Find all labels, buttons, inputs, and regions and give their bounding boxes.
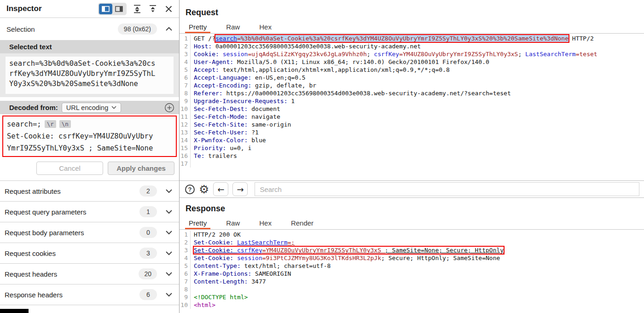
selection-length-badge: 98 (0x62): [118, 23, 157, 35]
section-label: Request attributes: [5, 187, 139, 195]
message-editor-area: Request PrettyRawHex 1GET /?search=%3b%0…: [180, 0, 644, 313]
encoding-value: URL encoding: [66, 104, 108, 111]
response-tabs: PrettyRawHexRender: [180, 216, 644, 230]
decoded-line2: Set-Cookie: csrfKey=YM4UZ8OuVyUbry: [7, 130, 172, 142]
line-number: 13: [180, 128, 191, 136]
line-number: 1: [180, 35, 191, 42]
code-line: 9<!DOCTYPE html>: [180, 293, 644, 301]
code-line: 8: [180, 285, 644, 293]
annotation-red-box: Set-Cookie: csrfKey=YM4UZ8OuVyUbryYmrI9Z…: [194, 247, 504, 254]
code-line: 10<html>: [180, 301, 644, 309]
section-label: Response headers: [5, 291, 139, 299]
burp-suite-window: Inspector: [0, 0, 644, 313]
code-line: 4Set-Cookie: session=9i3PtCJZMYmy8UG3Ko3…: [180, 254, 644, 262]
code-line: 9Upgrade-Insecure-Requests: 1: [180, 97, 644, 105]
decoded-line3: YmrI9Z5SyThLY0y3xS ; SameSite=None: [7, 142, 172, 154]
encoding-select[interactable]: URL encoding: [62, 103, 121, 113]
dock-layout-toggle: [98, 3, 127, 15]
code-line: 2Set-Cookie: LastSearchTerm=;: [180, 238, 644, 246]
apply-changes-button[interactable]: Apply changes: [108, 162, 174, 175]
line-number: 8: [180, 89, 191, 97]
request-pane: Request PrettyRawHex 1GET /?search=%3b%0…: [180, 0, 644, 180]
tab-raw[interactable]: Raw: [222, 20, 244, 33]
chevron-down-icon: [165, 209, 173, 214]
close-icon[interactable]: [163, 4, 174, 14]
tab-pretty[interactable]: Pretty: [185, 20, 210, 33]
expand-all-icon[interactable]: [132, 4, 142, 14]
section-label: Request body parameters: [5, 229, 139, 237]
line-number: 14: [180, 136, 191, 144]
selection-label: Selection: [6, 25, 118, 33]
cancel-button[interactable]: Cancel: [36, 162, 103, 175]
line-number: 2: [180, 42, 191, 50]
code-line: 11Sec-Fetch-Mode: navigate: [180, 113, 644, 121]
help-icon[interactable]: ?: [185, 185, 195, 194]
dock-left-icon[interactable]: [99, 4, 112, 14]
section-request-query-parameters[interactable]: Request query parameters1: [0, 202, 179, 222]
code-line: 5Accept: text/html,application/xhtml+xml…: [180, 66, 644, 74]
chevron-up-icon[interactable]: [165, 27, 173, 31]
code-line: 5Content-Type: text/html; charset=utf-8: [180, 262, 644, 270]
line-number: 1: [180, 231, 191, 238]
code-line: 12Sec-Fetch-Site: same-origin: [180, 121, 644, 128]
next-match-button[interactable]: →: [232, 182, 248, 196]
tab-hex[interactable]: Hex: [255, 20, 275, 33]
selected-text-value[interactable]: search=%3b%0d%0aSet-Cookie%3a%20csrfKey%…: [6, 57, 174, 94]
response-editor[interactable]: 1HTTP/2 200 OK2Set-Cookie: LastSearchTer…: [180, 230, 644, 313]
section-request-cookies[interactable]: Request cookies3: [0, 243, 179, 264]
gear-icon[interactable]: ⚙: [199, 184, 209, 195]
tab-pretty[interactable]: Pretty: [185, 216, 210, 229]
chevron-down-icon: [165, 230, 173, 235]
line-number: 4: [180, 58, 191, 66]
bottom-left-bar: [0, 309, 29, 313]
add-decoding-layer-icon[interactable]: [164, 103, 174, 113]
line-number: 3: [180, 246, 191, 254]
line-number: 9: [180, 97, 191, 105]
code-line: 3Set-Cookie: csrfKey=YM4UZ8OuVyUbryYmrI9…: [180, 246, 644, 254]
tab-hex[interactable]: Hex: [255, 216, 275, 229]
decoded-actions: Cancel Apply changes: [0, 157, 179, 175]
code-line: 1GET /?search=%3b%0d%0aSet-Cookie%3a%20c…: [180, 35, 644, 42]
decoded-text-editor[interactable]: search=;\r\nSet-Cookie: csrfKey=YM4UZ8Ou…: [2, 116, 177, 157]
inspector-accordion: Request attributes2Request query paramet…: [0, 180, 179, 305]
inspector-header: Inspector: [0, 0, 179, 18]
collapse-all-icon[interactable]: [148, 4, 158, 14]
carriage-return-chip: \r: [45, 120, 56, 128]
section-request-headers[interactable]: Request headers20: [0, 264, 179, 284]
previous-match-button[interactable]: ←: [213, 182, 228, 196]
line-number: 9: [180, 293, 191, 301]
code-line: 14X-Pwnfox-Color: blue: [180, 136, 644, 144]
line-number: 5: [180, 66, 191, 74]
code-line: 3Cookie: session=ujqAdqSLiZzKYgqy23kv6Jg…: [180, 50, 644, 58]
selection-section-header[interactable]: Selection 98 (0x62): [0, 18, 179, 40]
line-number: 16: [180, 152, 191, 160]
tab-raw[interactable]: Raw: [222, 216, 244, 229]
code-line: 6Accept-Language: en-US,en;q=0.5: [180, 74, 644, 81]
code-line: 1HTTP/2 200 OK: [180, 231, 644, 238]
request-tabs: PrettyRawHex: [180, 20, 644, 34]
line-number: 7: [180, 278, 191, 285]
section-count-badge: 2: [139, 185, 157, 197]
code-line: 16Te: trailers: [180, 152, 644, 160]
line-number: 10: [180, 301, 191, 309]
response-pane: Response PrettyRawHexRender 1HTTP/2 200 …: [180, 198, 644, 313]
inspector-panel: Inspector: [0, 0, 180, 313]
section-count-badge: 6: [139, 289, 157, 300]
request-editor[interactable]: 1GET /?search=%3b%0d%0aSet-Cookie%3a%20c…: [180, 34, 644, 180]
line-number: 12: [180, 121, 191, 128]
section-request-attributes[interactable]: Request attributes2: [0, 181, 179, 202]
section-response-headers[interactable]: Response headers6: [0, 284, 179, 305]
search-input[interactable]: [255, 182, 639, 196]
line-number: 6: [180, 270, 191, 278]
chevron-down-icon: [165, 251, 173, 255]
response-title: Response: [186, 204, 644, 214]
tab-render[interactable]: Render: [287, 216, 317, 229]
inspector-title: Inspector: [6, 4, 42, 13]
section-count-badge: 3: [139, 248, 157, 259]
request-title: Request: [186, 8, 644, 17]
code-line: 4User-Agent: Mozilla/5.0 (X11; Linux x86…: [180, 58, 644, 66]
section-request-body-parameters[interactable]: Request body parameters0: [0, 222, 179, 243]
line-feed-chip: \n: [59, 120, 71, 128]
dock-right-icon[interactable]: [112, 4, 126, 14]
section-label: Request cookies: [5, 249, 139, 257]
